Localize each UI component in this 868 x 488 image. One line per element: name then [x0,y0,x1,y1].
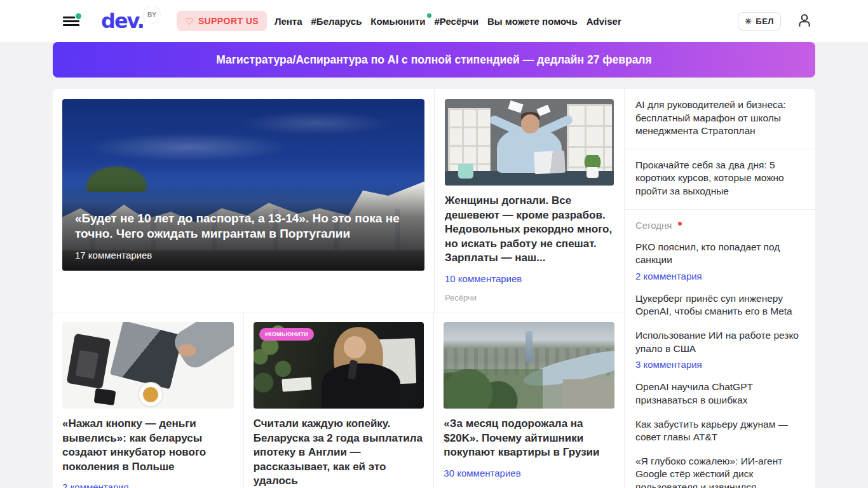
live-red-dot [678,222,682,226]
today-label: Сегодня [635,220,672,231]
heart-icon: ♡ [185,17,194,26]
header: dev. BY ♡ SUPPORT US Лента #Беларусь Ком… [0,0,868,42]
promo-banner-text: Магистратура/Аспирантура по AI с полной … [216,53,651,67]
article-image[interactable]: #КОМЬЮНИТИ [254,322,424,409]
news-title[interactable]: Использование ИИ на работе резко упало в… [635,329,804,355]
laptop [534,150,566,174]
secondary-article-title[interactable]: Женщины догнали. Все дешевеют — кроме ра… [445,194,614,266]
community-tag[interactable]: #КОМЬЮНИТИ [259,328,315,341]
sidebar-news-item[interactable]: Цукерберг принёс суп инженеру OpenAI, чт… [635,292,804,318]
news-title[interactable]: РКО пояснил, кто попадает под санкции [635,241,804,267]
featured-article-title[interactable]: «Будет не 10 лет до паспорта, а 13-14». … [75,211,412,242]
skyscraper [526,331,532,362]
news-title[interactable]: Как забустить карьеру джунам — совет гла… [635,418,804,444]
logo-by-badge: BY [144,6,160,23]
article-card-incubator[interactable]: «Нажал кнопку — деньги вывелись»: как бе… [53,313,243,488]
sidebar-news-item[interactable]: Как забустить карьеру джунам — совет гла… [635,418,804,444]
article-card-georgia[interactable]: «За месяц подорожала на $20K». Почему ай… [433,313,624,488]
nav-item-adviser[interactable]: Adviser [587,16,621,27]
main-nav: Лента #Беларусь Комьюнити #Ресёрчи Вы мо… [275,16,621,27]
language-button[interactable]: ✳ БЕЛ [738,12,781,30]
sidebar: AI для руководителей и бизнеса: бесплатн… [625,89,815,488]
article-card-mortgage[interactable]: #КОМЬЮНИТИ Считали каждую копейку. Белар… [243,313,434,488]
flying-paper [508,100,523,112]
logo-text: dev. [101,9,144,33]
comments-link[interactable]: 30 комментариев [444,468,614,478]
laptop [110,322,183,390]
woman-face [344,336,366,358]
featured-comments-link[interactable]: 17 комментариев [75,250,412,261]
news-title[interactable]: «Я глубоко сожалею»: ИИ-агент Google стё… [635,455,804,488]
person-hand [179,344,196,356]
nav-item-belarus[interactable]: #Беларусь [311,16,362,27]
coffee-cup [139,383,162,406]
article-title[interactable]: Считали каждую копейку. Беларуска за 2 г… [254,417,424,488]
content-area: «Будет не 10 лет до паспорта, а 13-14». … [53,89,815,488]
article-title[interactable]: «Нажал кнопку — деньги вывелись»: как бе… [62,417,234,474]
community-online-dot [427,13,431,18]
support-us-label: SUPPORT US [198,16,259,26]
comments-link[interactable]: 2 комментария [62,482,234,488]
promo-title[interactable]: AI для руководителей и бизнеса: бесплатн… [635,98,804,138]
nav-item-help[interactable]: Вы можете помочь [487,16,578,27]
news-title[interactable]: Цукерберг принёс суп инженеру OpenAI, чт… [635,292,804,318]
ornament-icon: ✳ [745,17,752,26]
nav-item-lenta[interactable]: Лента [275,16,302,27]
nav-item-research[interactable]: #Ресёрчи [434,16,478,27]
article-title[interactable]: «За месяц подорожала на $20K». Почему ай… [444,417,614,460]
article-category-label: Ресёрчи [445,284,614,302]
woman-blazer [322,363,400,409]
mug [458,164,473,179]
today-section-header: Сегодня [625,210,815,232]
sidebar-news-item[interactable]: Использование ИИ на работе резко упало в… [635,329,804,370]
comments-link[interactable]: 2 комментария [635,271,804,281]
secondary-comments-link[interactable]: 10 комментариев [445,273,614,284]
embankment-buildings [563,379,614,409]
featured-article-image[interactable]: «Будет не 10 лет до паспорта, а 13-14». … [62,99,424,271]
notification-dot [76,13,81,19]
user-profile-button[interactable] [796,12,813,30]
today-news-list: РКО пояснил, кто попадает под санкции 2 … [625,232,815,488]
secondary-article[interactable]: Женщины догнали. Все дешевеют — кроме ра… [434,89,624,313]
news-title[interactable]: OpenAI научила ChatGPT признаваться в ош… [635,381,804,407]
language-label: БЕЛ [756,17,774,26]
sidebar-promo-stratoplan[interactable]: AI для руководителей и бизнеса: бесплатн… [625,89,815,149]
comments-link[interactable]: 3 комментария [635,359,804,370]
sidebar-promo-courses[interactable]: Прокачайте себя за два дня: 5 коротких к… [625,149,815,210]
sidebar-news-item[interactable]: «Я глубоко сожалею»: ИИ-агент Google стё… [635,455,804,488]
article-image[interactable] [444,322,614,409]
sidebar-news-item[interactable]: РКО пояснил, кто попадает под санкции 2 … [635,241,804,281]
plant-pot [587,167,599,177]
featured-article[interactable]: «Будет не 10 лет до паспорта, а 13-14». … [53,89,434,313]
promo-title[interactable]: Прокачайте себя за два дня: 5 коротких к… [635,159,804,198]
sidebar-news-item[interactable]: OpenAI научила ChatGPT признаваться в ош… [635,381,804,407]
devby-homepage: dev. BY ♡ SUPPORT US Лента #Беларусь Ком… [0,0,868,488]
menu-icon [63,17,75,18]
nav-item-community[interactable]: Комьюнити [370,16,425,27]
article-image[interactable] [62,322,234,409]
menu-button[interactable] [63,13,82,29]
news-feed: «Будет не 10 лет до паспорта, а 13-14». … [53,89,625,488]
devby-logo[interactable]: dev. BY [101,9,144,33]
support-us-button[interactable]: ♡ SUPPORT US [177,11,267,31]
promo-banner[interactable]: Магистратура/Аспирантура по AI с полной … [53,42,815,78]
trees [444,369,543,409]
secondary-article-image[interactable] [445,99,614,186]
smartphone [94,388,116,405]
featured-title-overlay: «Будет не 10 лет до паспорта, а 13-14». … [62,182,424,271]
user-icon [796,12,813,29]
